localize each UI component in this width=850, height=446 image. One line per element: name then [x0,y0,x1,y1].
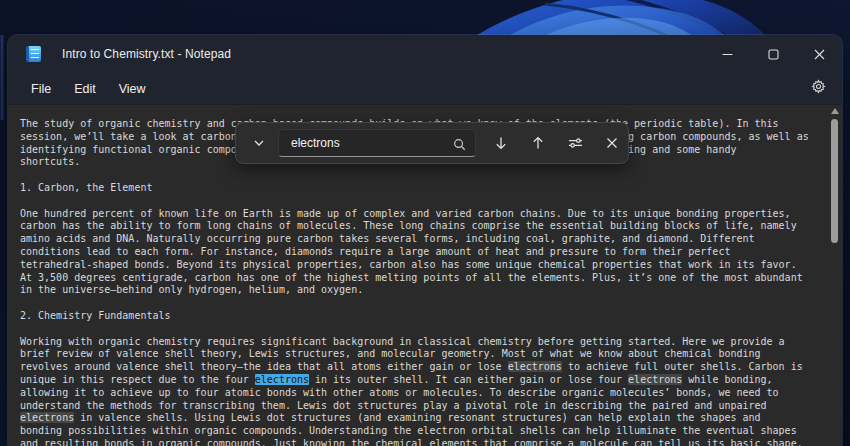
text-line: 1. Carbon, the Element [20,182,828,195]
text-line: Working with organic chemistry requires … [20,336,828,349]
text-line: electrons in valence shells. Using Lewis… [20,412,828,425]
chevron-down-icon[interactable] [244,128,274,158]
menu-file[interactable]: File [22,77,60,101]
gear-icon[interactable] [811,79,826,98]
scroll-up-arrow-icon[interactable] [831,108,839,114]
find-match: electrons [20,412,74,423]
text-line [20,195,828,208]
find-bar [235,122,629,164]
text-line: amino acids and DNA. Naturally occurring… [20,233,828,246]
find-actions [486,128,627,158]
filter-sliders-icon[interactable] [560,128,590,158]
find-close-button[interactable] [597,128,627,158]
close-button[interactable] [796,35,842,73]
text-line: in the universe—behind only hydrogen, he… [20,284,828,297]
text-line: and resulting bonds in organic compounds… [20,438,828,446]
find-input[interactable] [279,136,439,150]
text-line: understand the methods for transcribing … [20,400,828,413]
text-line [20,169,828,182]
minimize-button[interactable] [704,35,750,73]
find-match: electrons [508,361,562,372]
find-match: electrons [628,374,682,385]
text-lines: The study of organic chemistry and carbo… [20,118,828,446]
scrollbar-thumb[interactable] [831,119,838,243]
menu-view[interactable]: View [110,77,155,101]
find-current-match: electrons [255,374,309,385]
text-line [20,323,828,336]
text-line: unique in this respect due to the four e… [20,374,828,387]
find-previous-button[interactable] [523,128,553,158]
text-line: One hundred percent of known life on Ear… [20,208,828,221]
text-line: 2. Chemistry Fundamentals [20,310,828,323]
text-line [20,297,828,310]
text-line: brief review of valence shell theory, Le… [20,348,828,361]
text-line: allowing it to achieve up to four atomic… [20,387,828,400]
menu-edit[interactable]: Edit [65,77,105,101]
text-line: tetrahedral-shaped bonds. Beyond its phy… [20,259,828,272]
find-next-button[interactable] [486,128,516,158]
caption-buttons [704,35,842,73]
find-input-wrap [278,129,476,157]
text-line: carbon has the ability to form long chai… [20,220,828,233]
text-line: conditions lead to each form. For instan… [20,246,828,259]
window-title: Intro to Chemistry.txt - Notepad [62,47,231,61]
text-line: bonding possibilities within organic com… [20,425,828,438]
editor-area[interactable]: The study of organic chemistry and carbo… [8,105,842,446]
maximize-button[interactable] [750,35,796,73]
text-line: At 3,500 degrees centigrade, carbon has … [20,272,828,285]
notepad-icon[interactable] [26,46,41,62]
text-line: revolves around valence shell theory—the… [20,361,828,374]
search-icon [453,137,466,155]
notepad-window: Intro to Chemistry.txt - Notepad File Ed… [8,35,842,446]
title-bar[interactable]: Intro to Chemistry.txt - Notepad [8,35,842,73]
menu-bar: File Edit View [8,73,842,105]
vertical-scrollbar[interactable] [827,105,842,446]
